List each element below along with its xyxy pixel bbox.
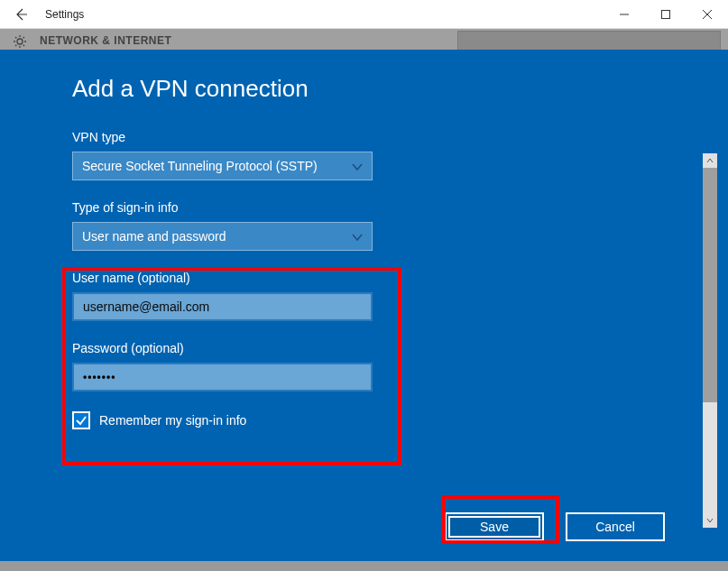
- password-label: Password (optional): [72, 341, 728, 355]
- form-area: VPN type Secure Socket Tunneling Protoco…: [72, 130, 728, 429]
- back-arrow-icon: [14, 7, 28, 22]
- add-vpn-dialog: Add a VPN connection VPN type Secure Soc…: [0, 50, 728, 561]
- vpn-type-dropdown[interactable]: Secure Socket Tunneling Protocol (SSTP): [72, 152, 373, 180]
- username-input[interactable]: username@email.com: [72, 292, 373, 321]
- cancel-button[interactable]: Cancel: [566, 512, 665, 541]
- vpn-type-label: VPN type: [72, 130, 728, 144]
- background-section-title: NETWORK & INTERNET: [40, 34, 171, 47]
- username-label: User name (optional): [72, 271, 728, 285]
- save-button-label: Save: [480, 520, 509, 534]
- chevron-down-icon: [352, 161, 363, 175]
- chevron-down-icon: [706, 517, 714, 524]
- svg-point-4: [17, 39, 23, 44]
- dialog-heading: Add a VPN connection: [72, 75, 728, 103]
- back-button[interactable]: [0, 0, 41, 29]
- minimize-button[interactable]: [604, 0, 645, 29]
- remember-checkbox[interactable]: [72, 411, 90, 429]
- scrollbar-thumb[interactable]: [703, 168, 717, 402]
- signin-type-group: Type of sign-in info User name and passw…: [72, 200, 728, 251]
- form-scrollbar[interactable]: [703, 153, 717, 528]
- close-icon: [703, 10, 712, 19]
- password-value: •••••••: [83, 371, 115, 383]
- cancel-button-label: Cancel: [595, 520, 635, 534]
- remember-label: Remember my sign-in info: [99, 413, 246, 428]
- password-group: Password (optional) •••••••: [72, 341, 728, 391]
- signin-type-label: Type of sign-in info: [72, 200, 728, 215]
- username-value: username@email.com: [83, 299, 209, 314]
- chevron-up-icon: [706, 157, 714, 164]
- scroll-up-button[interactable]: [703, 153, 717, 168]
- signin-type-value: User name and password: [82, 229, 363, 244]
- dialog-footer: Save Cancel: [445, 512, 665, 541]
- scroll-down-button[interactable]: [703, 513, 717, 528]
- close-button[interactable]: [687, 0, 728, 29]
- password-input[interactable]: •••••••: [72, 363, 373, 391]
- signin-type-dropdown[interactable]: User name and password: [72, 222, 373, 251]
- remember-group: Remember my sign-in info: [72, 411, 728, 429]
- maximize-icon: [661, 10, 670, 19]
- chevron-down-icon: [352, 231, 363, 245]
- username-group: User name (optional) username@email.com: [72, 271, 728, 321]
- background-bottom-strip: [0, 561, 728, 571]
- save-button[interactable]: Save: [445, 512, 544, 541]
- svg-rect-1: [662, 10, 670, 18]
- minimize-icon: [620, 10, 629, 19]
- vpn-type-group: VPN type Secure Socket Tunneling Protoco…: [72, 130, 728, 180]
- title-bar: Settings: [0, 0, 728, 29]
- check-icon: [75, 414, 88, 427]
- vpn-type-value: Secure Socket Tunneling Protocol (SSTP): [82, 159, 363, 173]
- maximize-button[interactable]: [645, 0, 687, 29]
- window-title: Settings: [41, 8, 84, 21]
